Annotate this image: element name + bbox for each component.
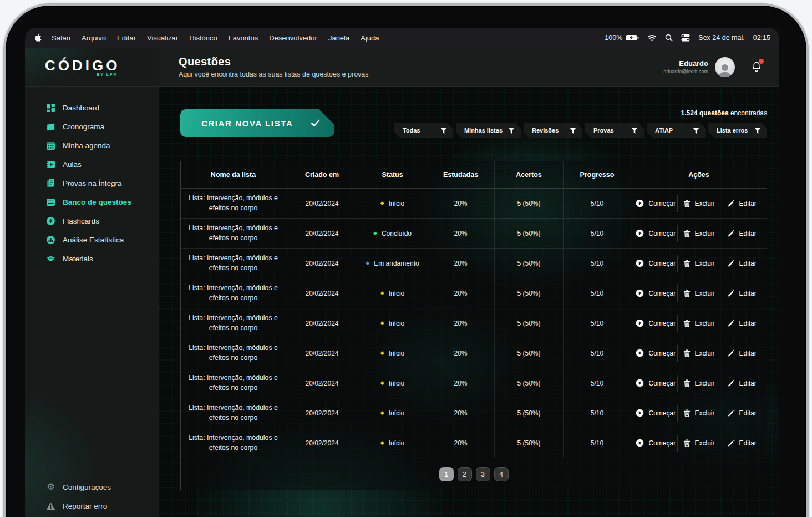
page-button[interactable]: 1: [439, 467, 454, 481]
edit-button[interactable]: Editar: [720, 368, 763, 398]
start-button[interactable]: Começar: [635, 368, 677, 398]
create-list-button[interactable]: CRIAR NOVA LISTA: [180, 109, 334, 137]
sidebar-item-flashcards[interactable]: Flashcards: [46, 215, 159, 226]
status-cell: ◆ Início: [358, 308, 427, 338]
correct-cell: 5 (50%): [495, 278, 564, 308]
screen: SafariArquivoEditarVisualizarHistóricoFa…: [25, 28, 779, 517]
page-button[interactable]: 3: [476, 467, 490, 481]
delete-button[interactable]: Excluir: [678, 338, 720, 368]
play-circle-icon: [636, 229, 644, 237]
menubar-clock[interactable]: 02:15: [753, 34, 770, 42]
menubar-item[interactable]: Visualizar: [141, 34, 184, 42]
delete-button[interactable]: Excluir: [678, 428, 720, 458]
status-label: Início: [389, 379, 405, 387]
actions-cell: Começar Excluir: [631, 368, 767, 398]
notification-dot: [759, 59, 764, 64]
start-button[interactable]: Começar: [635, 249, 677, 278]
notifications-button[interactable]: [750, 60, 763, 74]
start-button[interactable]: Começar: [635, 189, 677, 218]
start-button[interactable]: Começar: [635, 219, 677, 248]
menubar-item[interactable]: Safari: [46, 34, 76, 42]
books-icon: [46, 254, 55, 263]
delete-button[interactable]: Excluir: [678, 219, 720, 248]
sidebar-item-analise-estatistica[interactable]: Análise Estatística: [46, 234, 159, 245]
status-label: Início: [389, 439, 405, 447]
schedule-icon: [46, 122, 55, 131]
edit-button[interactable]: Editar: [720, 338, 763, 368]
delete-button[interactable]: Excluir: [678, 189, 720, 218]
avatar[interactable]: [715, 57, 735, 77]
sidebar-item-banco-de-questoes[interactable]: Banco de questões: [46, 196, 159, 207]
apple-menu-icon[interactable]: [34, 33, 42, 42]
delete-button[interactable]: Excluir: [678, 368, 720, 398]
actions-cell: Começar Excluir: [631, 249, 767, 278]
start-button[interactable]: Começar: [635, 398, 677, 428]
control-center-icon[interactable]: [681, 34, 690, 42]
edit-button[interactable]: Editar: [720, 189, 763, 218]
wifi-icon[interactable]: [647, 34, 657, 42]
menubar-item[interactable]: Desenvolvedor: [263, 34, 323, 42]
start-button[interactable]: Começar: [635, 338, 677, 368]
menubar-item[interactable]: Histórico: [184, 34, 223, 42]
delete-button[interactable]: Excluir: [678, 278, 720, 308]
progress-cell: 5/10: [564, 308, 631, 338]
menubar-item[interactable]: Favoritos: [223, 34, 263, 42]
page-header: Questões Aqui você encontra todas as sua…: [159, 48, 779, 87]
delete-button[interactable]: Excluir: [678, 398, 720, 428]
status-diamond-icon: ◆: [380, 321, 384, 326]
sidebar-item-materiais[interactable]: Materiais: [46, 253, 159, 264]
filter-chip[interactable]: Lista erros: [708, 123, 767, 138]
filter-chip[interactable]: Todas: [394, 123, 453, 138]
sidebar-item-configuracoes[interactable]: ⚙ Configurações: [46, 481, 159, 493]
menubar-item[interactable]: Arquivo: [76, 34, 111, 42]
sidebar-item-reportar-erro[interactable]: Reportar erro: [46, 500, 159, 511]
edit-button[interactable]: Editar: [720, 398, 763, 428]
filter-chip[interactable]: Revisões: [524, 123, 582, 138]
status-diamond-icon: ◆: [380, 291, 384, 296]
page-button[interactable]: 2: [458, 467, 472, 481]
edit-button[interactable]: Editar: [720, 278, 763, 308]
page-button[interactable]: 4: [494, 467, 509, 481]
actions-cell: Começar Excluir: [631, 219, 767, 248]
pencil-icon: [728, 349, 735, 357]
delete-button[interactable]: Excluir: [678, 249, 720, 278]
filter-chip[interactable]: AT/AP: [647, 123, 706, 138]
delete-button[interactable]: Excluir: [678, 308, 720, 338]
status-diamond-icon: ◆: [380, 440, 384, 445]
pencil-icon: [728, 230, 735, 237]
created-date-cell: 20/02/2024: [286, 368, 358, 398]
menubar-item[interactable]: Editar: [111, 34, 141, 42]
results-count: 1.524 questões encontradas: [681, 109, 767, 117]
status-label: Início: [389, 409, 405, 417]
menubar-item[interactable]: Ajuda: [355, 34, 384, 42]
edit-button[interactable]: Editar: [720, 219, 763, 248]
progress-cell: 5/10: [564, 219, 631, 248]
start-button[interactable]: Começar: [635, 428, 677, 458]
sidebar-item-cronograma[interactable]: Cronograma: [46, 121, 159, 132]
filter-chip[interactable]: Provas: [585, 123, 644, 138]
status-diamond-icon: ◆: [373, 231, 377, 236]
progress-cell: 5/10: [564, 398, 631, 428]
edit-button[interactable]: Editar: [720, 428, 763, 458]
spotlight-search-icon[interactable]: [665, 34, 673, 42]
filter-funnel-icon: [754, 128, 761, 134]
correct-cell: 5 (50%): [495, 249, 564, 278]
tablet-device-frame: SafariArquivoEditarVisualizarHistóricoFa…: [3, 3, 809, 517]
status-cell: ◆ Início: [358, 278, 427, 308]
filter-chip[interactable]: Minhas listas: [456, 123, 521, 138]
status-cell: ◆ Concluído: [358, 219, 427, 248]
user-block[interactable]: Eduardo eduardo@lecdt.com: [663, 59, 708, 74]
sidebar-item-minha-agenda[interactable]: Minha agenda: [46, 140, 159, 151]
edit-button[interactable]: Editar: [720, 308, 763, 338]
menubar-date[interactable]: Sex 24 de mai.: [698, 34, 744, 42]
play-circle-icon: [636, 379, 644, 387]
sidebar-item-provas-na-integra[interactable]: Provas na Íntegra: [46, 178, 159, 189]
sidebar-item-dashboard[interactable]: Dashboard: [46, 102, 159, 113]
start-button[interactable]: Começar: [635, 278, 677, 308]
start-button[interactable]: Começar: [635, 308, 677, 338]
menubar-item[interactable]: Janela: [323, 34, 355, 42]
question-bank-icon: [46, 197, 55, 207]
sidebar-item-aulas[interactable]: Aulas: [46, 159, 159, 170]
studied-cell: 20%: [427, 398, 495, 428]
edit-button[interactable]: Editar: [720, 249, 763, 278]
